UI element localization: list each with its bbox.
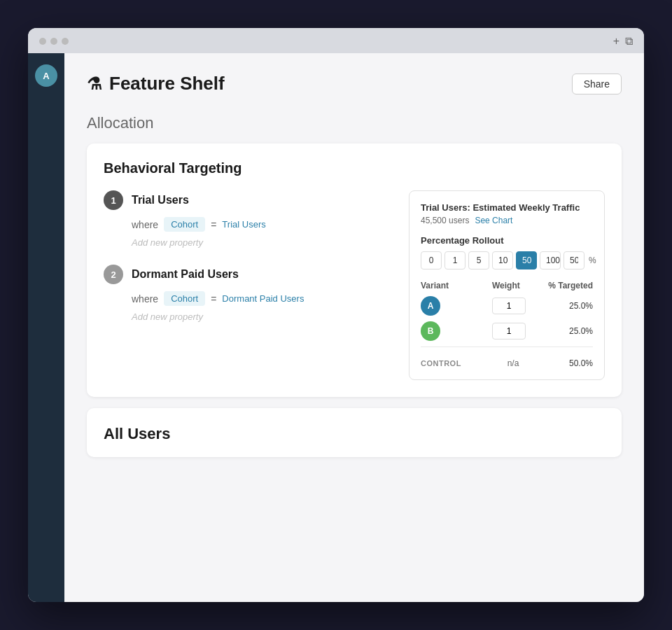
header-percent: % Targeted — [537, 281, 593, 290]
add-property-2[interactable]: Add new property — [104, 312, 392, 322]
divider — [421, 346, 593, 347]
rollout-btn-50[interactable]: 50 — [516, 251, 537, 270]
page-title-container: ⚗ Feature Shelf — [87, 73, 225, 94]
main-content: ⚗ Feature Shelf Share Allocation Behavio… — [64, 53, 644, 602]
header-variant: Variant — [421, 281, 489, 290]
condition-equals-2: = — [211, 293, 216, 304]
control-row: CONTROL n/a 50.0% — [421, 358, 593, 368]
browser-window: + ⧉ A ⚗ Feature Shelf Share Allocation — [28, 28, 644, 602]
card-title: Behavioral Targeting — [104, 160, 605, 176]
rollout-btn-5[interactable]: 5 — [468, 251, 489, 270]
dot-green — [62, 38, 69, 45]
variant-weight-a[interactable] — [492, 298, 526, 314]
traffic-subtitle: 45,500 users See Chart — [421, 216, 593, 225]
rollout-btn-10[interactable]: 10 — [492, 251, 513, 270]
behavioral-targeting-card: Behavioral Targeting 1 Trial Users — [87, 144, 622, 397]
see-chart-link[interactable]: See Chart — [475, 216, 512, 225]
browser-actions: + ⧉ — [613, 35, 633, 48]
sidebar: A — [28, 53, 64, 602]
dot-red — [39, 38, 46, 45]
rollout-custom-input[interactable] — [564, 251, 584, 270]
control-na: n/a — [492, 358, 534, 368]
rollout-btn-100[interactable]: 100 — [540, 251, 561, 270]
condition-where-2: where — [132, 293, 158, 304]
user-count: 45,500 users — [421, 216, 469, 225]
condition-value-1[interactable]: Trial Users — [222, 219, 265, 230]
variant-badge-a: A — [421, 296, 440, 316]
share-button[interactable]: Share — [572, 74, 622, 94]
page-title: Feature Shelf — [109, 73, 225, 94]
group-2-name: Dormant Paid Users — [132, 268, 239, 281]
group-2-condition: where Cohort = Dormant Paid Users — [104, 291, 392, 306]
rollout-btn-1[interactable]: 1 — [444, 251, 465, 270]
variant-weight-b[interactable] — [492, 323, 526, 340]
add-property-1[interactable]: Add new property — [104, 237, 392, 248]
header-weight: Weight — [492, 281, 534, 290]
all-users-card: All Users — [87, 408, 622, 457]
control-label: CONTROL — [421, 359, 489, 368]
browser-body: A ⚗ Feature Shelf Share Allocation Behav… — [28, 53, 644, 602]
rollout-label: Percentage Rollout — [421, 235, 593, 246]
variants-table: Variant Weight % Targeted A 25.0% — [421, 281, 593, 368]
condition-cohort-tag-2[interactable]: Cohort — [164, 291, 205, 306]
card-body: 1 Trial Users where Cohort = Trial Users… — [104, 190, 605, 380]
variant-badge-b: B — [421, 321, 440, 341]
rollout-buttons: 0 1 5 10 50 100 % — [421, 251, 593, 270]
targeting-section: 1 Trial Users where Cohort = Trial Users… — [104, 190, 392, 380]
new-tab-icon[interactable]: + — [613, 35, 620, 48]
rollout-percent-symbol: % — [589, 255, 596, 265]
group-1-number: 1 — [104, 190, 123, 210]
group-2-number: 2 — [104, 265, 123, 284]
group-1-condition: where Cohort = Trial Users — [104, 217, 392, 232]
group-2-header: 2 Dormant Paid Users — [104, 265, 392, 284]
all-users-title: All Users — [104, 422, 605, 443]
allocation-section-title: Allocation — [87, 114, 622, 132]
avatar[interactable]: A — [35, 64, 57, 87]
variant-row-a: A 25.0% — [421, 296, 593, 316]
dot-yellow — [50, 38, 57, 45]
condition-value-2[interactable]: Dormant Paid Users — [222, 293, 304, 304]
traffic-title: Trial Users: Estimated Weekly Traffic — [421, 202, 593, 213]
variant-row-b: B 25.0% — [421, 321, 593, 341]
traffic-panel: Trial Users: Estimated Weekly Traffic 45… — [409, 190, 605, 380]
flask-icon: ⚗ — [87, 74, 102, 94]
page-header: ⚗ Feature Shelf Share — [87, 73, 622, 94]
group-item-1: 1 Trial Users where Cohort = Trial Users… — [104, 190, 392, 248]
variants-header: Variant Weight % Targeted — [421, 281, 593, 290]
condition-equals-1: = — [211, 219, 216, 230]
condition-where-1: where — [132, 219, 158, 230]
condition-cohort-tag-1[interactable]: Cohort — [164, 217, 205, 232]
group-item-2: 2 Dormant Paid Users where Cohort = Dorm… — [104, 265, 392, 322]
variant-percent-b: 25.0% — [537, 326, 593, 336]
group-1-name: Trial Users — [132, 194, 189, 206]
control-percent: 50.0% — [537, 358, 593, 368]
rollout-btn-0[interactable]: 0 — [421, 251, 442, 270]
group-1-header: 1 Trial Users — [104, 190, 392, 210]
copy-icon[interactable]: ⧉ — [625, 35, 633, 48]
browser-chrome: + ⧉ — [28, 28, 644, 53]
variant-percent-a: 25.0% — [537, 301, 593, 311]
